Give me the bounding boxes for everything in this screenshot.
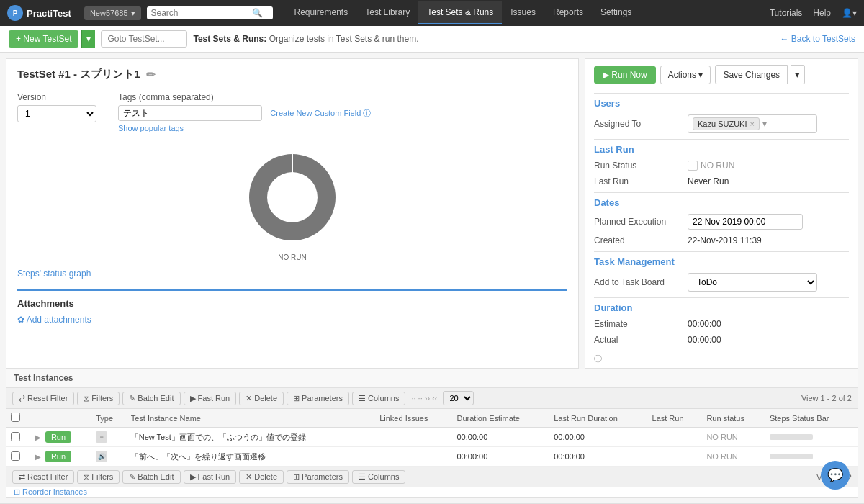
bottom-delete-button[interactable]: ✕ Delete [239, 470, 284, 484]
reorder-instances-link[interactable]: ⊞ Reorder Instances [6, 487, 87, 496]
add-attachment-link[interactable]: ✿ Add attachments [17, 315, 91, 325]
assigned-tag-close[interactable]: × [750, 120, 754, 128]
bottom-columns-button[interactable]: ☰ Columns [352, 470, 405, 484]
new-testset-dropdown[interactable]: ▾ [81, 30, 95, 48]
col-type: Type [91, 409, 127, 428]
row1-check[interactable] [11, 432, 20, 441]
fast-run-button[interactable]: ▶ Fast Run [184, 392, 237, 405]
row1-last-run [648, 428, 703, 447]
task-board-select[interactable]: ToDo [688, 273, 817, 292]
new-testset-button[interactable]: + New TestSet [9, 30, 78, 48]
actual-value: 00:00:00 [688, 335, 849, 345]
tutorials-link[interactable]: Tutorials [770, 8, 803, 18]
search-box: 🔍 [147, 6, 273, 19]
row2-name: 「前へ」「次へ」を繰り返す画面遷移 [127, 447, 375, 467]
nav-right: Tutorials Help 👤▾ [770, 8, 857, 18]
row1-run-button[interactable]: Run [45, 431, 71, 443]
col-run-status: Run status [702, 409, 765, 428]
nav-reports[interactable]: Reports [544, 1, 592, 24]
row2-expand-icon[interactable]: ▶ [35, 453, 41, 461]
per-page-select[interactable]: 20 [443, 391, 474, 405]
create-custom-field-link[interactable]: Create New Custom Field ⓘ [270, 109, 371, 117]
task-board-row: Add to Task Board ToDo [594, 270, 849, 294]
actions-button[interactable]: Actions ▾ [660, 66, 711, 84]
select-all-checkbox[interactable] [11, 413, 20, 422]
row1-run: ▶ Run [31, 428, 91, 447]
run-now-button[interactable]: ▶ Run Now [594, 66, 656, 84]
nav-issues[interactable]: Issues [502, 1, 544, 24]
sub-navigation: + New TestSet ▾ Test Sets & Runs: Organi… [0, 26, 864, 53]
row1-duration-est: 00:00:00 [453, 428, 550, 447]
col-duration-est: Duration Estimate [453, 409, 550, 428]
goto-input[interactable] [101, 30, 187, 48]
assigned-select-arrow[interactable]: ▾ [762, 119, 767, 129]
nav-settings[interactable]: Settings [592, 1, 640, 24]
chat-bubble[interactable]: 💬 [821, 461, 850, 490]
back-to-testsets-link[interactable]: ← Back to TestSets [780, 34, 856, 44]
branch-label: New57685 [90, 9, 128, 17]
edit-title-icon[interactable]: ✏ [146, 68, 156, 81]
assigned-to-row: Assigned To Kazu SUZUKI × ▾ [594, 112, 849, 136]
last-run-section-title: Last Run [594, 139, 849, 158]
row2-checkbox [6, 447, 31, 467]
new-testset-group: + New TestSet ▾ [9, 30, 95, 48]
row1-run-status: NO RUN [702, 428, 765, 447]
bottom-parameters-button[interactable]: ⊞ Parameters [287, 470, 349, 484]
bottom-fast-run-button[interactable]: ▶ Fast Run [184, 470, 237, 484]
row1-type-icon: ≡ [96, 431, 107, 443]
no-run-icon [688, 161, 698, 171]
search-input[interactable] [151, 8, 252, 18]
table-row: ▶ Run 🔊 「前へ」「次へ」を繰り返す画面遷移 00:00:00 00:00… [6, 447, 858, 467]
bottom-batch-edit-button[interactable]: ✎ Batch Edit [122, 470, 180, 484]
planned-execution-input[interactable] [688, 214, 803, 230]
row1-last-run-dur: 00:00:00 [549, 428, 647, 447]
row1-name: 「New Test」画面での、「ふつうの」値での登録 [127, 428, 375, 447]
chart-area: NO RUN [17, 143, 567, 261]
row1-steps-bar-visual [770, 434, 813, 440]
col-steps-bar: Steps Status Bar [765, 409, 858, 428]
assigned-to-label: Assigned To [594, 119, 688, 129]
parameters-button[interactable]: ⊞ Parameters [287, 392, 349, 405]
nav-requirements[interactable]: Requirements [286, 1, 357, 24]
user-icon[interactable]: 👤▾ [842, 8, 857, 18]
bottom-toolbar: ⇄ Reset Filter ⧖ Filters ✎ Batch Edit ▶ … [6, 467, 858, 487]
nav-test-library[interactable]: Test Library [356, 1, 418, 24]
created-value: 22-Nov-2019 11:39 [688, 235, 849, 246]
row2-run-button[interactable]: Run [45, 451, 71, 462]
attachments-section: Attachments ✿ Add attachments [17, 289, 567, 325]
right-panel: ▶ Run Now Actions ▾ Save Changes ▾ Users… [585, 58, 858, 369]
row2-check[interactable] [11, 451, 20, 461]
help-link[interactable]: Help [813, 8, 831, 18]
nav-test-sets-runs[interactable]: Test Sets & Runs [418, 1, 502, 24]
tags-group: Tags (comma separated) Create New Custom… [118, 92, 371, 132]
assigned-to-field[interactable]: Kazu SUZUKI × ▾ [688, 114, 817, 133]
columns-button[interactable]: ☰ Columns [352, 392, 405, 405]
run-status-row: Run Status NO RUN [594, 158, 849, 174]
save-group: Save Changes ▾ [715, 65, 805, 84]
logo-text: PractiTest [27, 8, 71, 19]
delete-button[interactable]: ✕ Delete [239, 392, 284, 405]
planned-execution-row: Planned Execution [594, 211, 849, 233]
col-linked: Linked Issues [375, 409, 452, 428]
last-run-value: Never Run [688, 176, 849, 186]
row1-linked [375, 428, 452, 447]
show-popular-tags-link[interactable]: Show popular tags [118, 124, 371, 132]
batch-edit-button[interactable]: ✎ Batch Edit [122, 392, 180, 405]
row1-type: ≡ [91, 428, 127, 447]
reorder-row: ⊞ Reorder Instances [6, 487, 858, 497]
row1-expand-icon[interactable]: ▶ [35, 433, 41, 441]
bottom-reset-filter-button[interactable]: ⇄ Reset Filter [12, 470, 74, 484]
branch-button[interactable]: New57685 ▾ [84, 6, 141, 20]
bottom-filters-button[interactable]: ⧖ Filters [77, 470, 120, 484]
top-toolbar: ⇄ Reset Filter ⧖ Filters ✎ Batch Edit ▶ … [6, 388, 858, 409]
col-run [31, 409, 91, 428]
version-select[interactable]: 1 [17, 105, 96, 122]
filters-button[interactable]: ⧖ Filters [77, 392, 120, 405]
col-checkbox [6, 409, 31, 428]
steps-status-graph-link[interactable]: Steps' status graph [17, 269, 91, 279]
save-changes-button[interactable]: Save Changes [715, 65, 788, 84]
row2-duration-est: 00:00:00 [453, 447, 550, 467]
save-changes-dropdown[interactable]: ▾ [791, 65, 805, 84]
reset-filter-button[interactable]: ⇄ Reset Filter [12, 392, 74, 405]
tags-input[interactable] [118, 105, 262, 121]
